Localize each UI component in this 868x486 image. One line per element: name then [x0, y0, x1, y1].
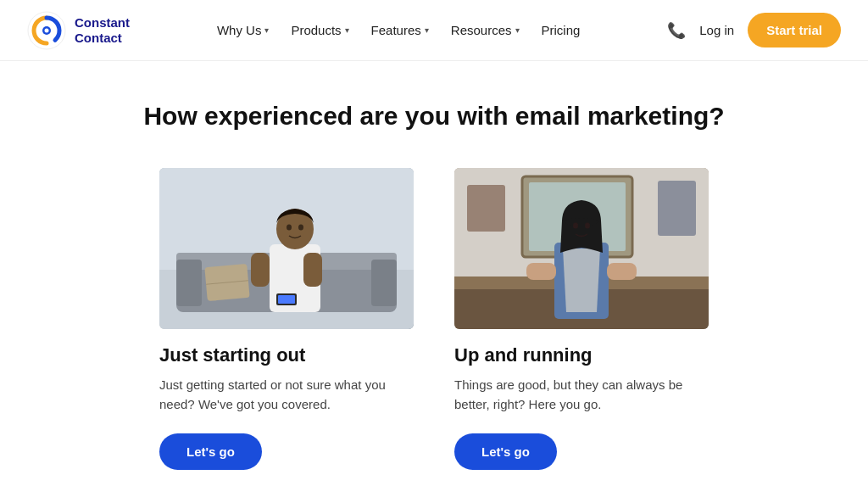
svg-point-2 — [45, 28, 49, 32]
nav-right: 📞 Log in Start trial — [667, 13, 841, 47]
nav-features[interactable]: Features ▾ — [363, 18, 437, 42]
svg-point-31 — [573, 223, 578, 229]
card-beginner-desc: Just getting started or not sure what yo… — [159, 375, 414, 415]
lets-go-advanced-button[interactable]: Let's go — [454, 433, 557, 470]
logo-text: Constant Contact — [75, 15, 130, 46]
svg-rect-29 — [607, 263, 637, 280]
nav-links: Why Us ▾ Products ▾ Features ▾ Resources… — [209, 18, 588, 42]
card-beginner-heading: Just starting out — [159, 344, 414, 366]
svg-rect-8 — [371, 260, 397, 306]
svg-point-13 — [287, 225, 292, 231]
logo[interactable]: Constant Contact — [27, 11, 130, 50]
nav-resources[interactable]: Resources ▾ — [442, 18, 528, 42]
card-advanced-heading: Up and running — [454, 344, 709, 366]
svg-point-14 — [298, 225, 303, 231]
start-trial-button[interactable]: Start trial — [748, 13, 841, 47]
chevron-down-icon: ▾ — [515, 25, 520, 35]
card-image-beginner — [159, 168, 414, 329]
cards-row: Just starting out Just getting started o… — [70, 168, 798, 470]
lets-go-beginner-button[interactable]: Let's go — [159, 433, 262, 470]
main-nav: Constant Contact Why Us ▾ Products ▾ Fea… — [0, 0, 868, 61]
chevron-down-icon: ▾ — [425, 25, 429, 35]
svg-rect-7 — [176, 260, 202, 306]
svg-rect-28 — [526, 263, 556, 280]
logo-icon — [27, 11, 66, 50]
card-beginner: Just starting out Just getting started o… — [159, 168, 414, 470]
login-link[interactable]: Log in — [699, 23, 734, 37]
main-content: How experienced are you with email marke… — [53, 61, 815, 486]
card-image-advanced — [454, 168, 709, 329]
card-advanced-desc: Things are good, but they can always be … — [454, 375, 709, 415]
svg-rect-15 — [251, 253, 270, 287]
chevron-down-icon: ▾ — [345, 25, 349, 35]
nav-pricing[interactable]: Pricing — [533, 18, 589, 42]
svg-rect-18 — [278, 295, 295, 304]
nav-products[interactable]: Products ▾ — [282, 18, 357, 42]
svg-rect-24 — [658, 181, 696, 236]
svg-rect-23 — [467, 185, 505, 232]
chevron-down-icon: ▾ — [264, 25, 269, 35]
phone-icon[interactable]: 📞 — [667, 21, 686, 40]
card-advanced: Up and running Things are good, but they… — [454, 168, 709, 470]
svg-point-32 — [585, 223, 590, 229]
nav-why-us[interactable]: Why Us ▾ — [209, 18, 278, 42]
svg-rect-16 — [303, 253, 322, 287]
page-title: How experienced are you with email marke… — [70, 102, 798, 131]
